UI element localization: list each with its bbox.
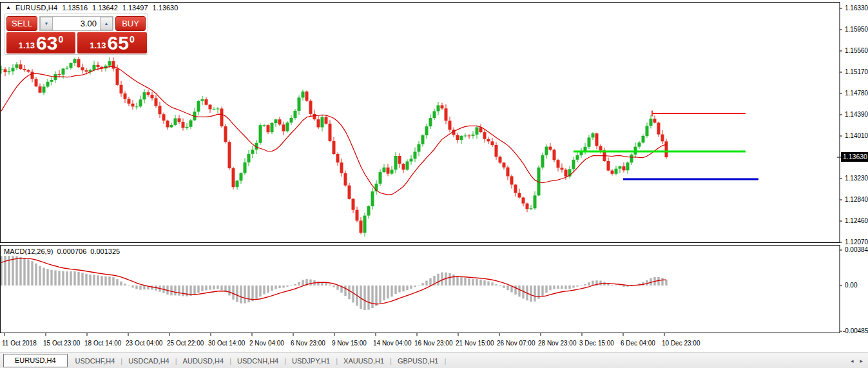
volume-input[interactable]: 3.00 (53, 17, 100, 30)
tab-xauusd-h1[interactable]: XAUUSD,H1 (338, 354, 390, 368)
buy-button[interactable]: BUY (115, 16, 146, 31)
tab-gbpusd-h1[interactable]: GBPUSD,H1 (392, 354, 445, 368)
buy-price-main: 65 (108, 33, 129, 53)
chart-canvas[interactable] (0, 0, 868, 368)
tab-separator: | (444, 357, 446, 365)
tab-eurusd-h4[interactable]: EURUSD,H4 (3, 354, 68, 367)
tab-usdjpy-h1[interactable]: USDJPY,H1 (286, 354, 336, 368)
tab-usdchf-h4[interactable]: USDCHF,H4 (70, 354, 121, 368)
one-click-trade-panel: SELL ▼ 3.00 ▲ BUY 1.13 63 0 1.13 65 0 (4, 14, 148, 55)
tab-scroll-right-icon[interactable]: ▸ (860, 358, 863, 364)
macd-histogram (0, 256, 667, 310)
volume-decrease-button[interactable]: ▼ (40, 17, 53, 30)
buy-price-box[interactable]: 1.13 65 0 (77, 32, 147, 53)
arrow-down-icon: ▼ (44, 21, 49, 26)
tab-audusd-h4[interactable]: AUDUSD,H4 (177, 354, 230, 368)
tab-usdcad-h4[interactable]: USDCAD,H4 (122, 354, 175, 368)
candles-layer (0, 57, 668, 237)
axis-ticks (5, 8, 842, 336)
trading-terminal: ▲ EURUSD,H4 1.13516 1.13642 1.13497 1.13… (0, 0, 868, 368)
sell-price-box[interactable]: 1.13 63 0 (6, 32, 75, 53)
volume-increase-button[interactable]: ▲ (100, 17, 113, 30)
buy-price-prefix: 1.13 (90, 41, 106, 50)
arrow-up-icon: ▲ (104, 21, 109, 26)
buy-price-pip: 0 (130, 34, 135, 44)
tab-scroll-buttons: ◂▸ (851, 358, 863, 364)
sell-button[interactable]: SELL (6, 16, 37, 31)
sell-price-prefix: 1.13 (19, 41, 35, 50)
chart-tab-bar: EURUSD,H4USDCHF,H4|USDCAD,H4|AUDUSD,H4|U… (0, 353, 868, 368)
tab-usdcnh-h4[interactable]: USDCNH,H4 (231, 354, 284, 368)
volume-spinner: ▼ 3.00 ▲ (39, 16, 113, 31)
macd-panel-border (1, 246, 840, 333)
tab-scroll-left-icon[interactable]: ◂ (851, 358, 854, 364)
sell-price-main: 63 (36, 33, 57, 53)
sell-price-pip: 0 (58, 34, 63, 44)
